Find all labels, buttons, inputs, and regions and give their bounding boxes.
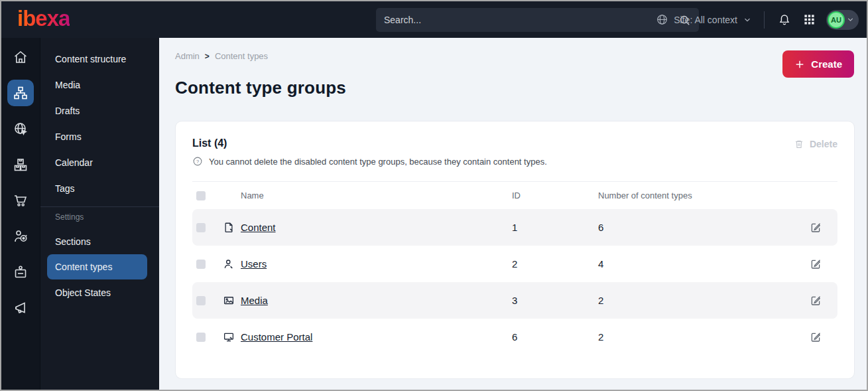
monitor-icon: [223, 331, 241, 343]
group-count: 2: [598, 331, 808, 343]
breadcrumb-content-types: Content types: [215, 51, 268, 61]
group-link-users[interactable]: Users: [241, 258, 267, 270]
column-header-name: Name: [241, 191, 512, 200]
group-id: 1: [512, 222, 598, 233]
select-all-checkbox: [196, 191, 206, 200]
icon-rail: [1, 38, 40, 390]
user-icon: [223, 258, 241, 270]
edit-square-icon: [810, 258, 822, 270]
group-link-content[interactable]: Content: [241, 222, 276, 233]
breadcrumb: Admin > Content types: [175, 51, 268, 61]
sidebar-item-sections[interactable]: Sections: [40, 228, 159, 254]
main-content: Admin > Content types Create Content typ…: [159, 38, 867, 390]
notifications-button[interactable]: [776, 12, 792, 28]
table-row: Customer Portal 6 2: [192, 319, 837, 355]
id-badge-icon: [13, 264, 29, 280]
rail-item-dashboard[interactable]: [7, 44, 34, 70]
file-icon: [223, 222, 241, 234]
globe-cursor-icon: [13, 121, 29, 137]
boxes-icon: [13, 157, 29, 173]
delete-button-label: Delete: [810, 139, 837, 149]
row-checkbox: [196, 296, 206, 305]
delete-button: Delete: [794, 139, 837, 149]
sitemap-icon: [13, 85, 29, 101]
sidebar-divider: [40, 206, 159, 207]
megaphone-icon: [13, 300, 29, 316]
page-title: Content type groups: [175, 78, 346, 98]
group-count: 4: [598, 258, 808, 270]
rail-item-site[interactable]: [7, 116, 34, 142]
global-search: [376, 8, 699, 32]
question-circle-icon: ?: [192, 156, 203, 167]
rail-item-customers[interactable]: [7, 223, 34, 250]
rail-item-product-catalog[interactable]: [7, 151, 34, 178]
group-link-media[interactable]: Media: [241, 295, 268, 306]
image-icon: [223, 295, 241, 307]
app-window: ibexa Site: All context: [0, 0, 868, 391]
site-context-label: Site: All context: [674, 15, 737, 25]
rail-item-corporate[interactable]: [7, 259, 34, 285]
row-checkbox: [196, 260, 206, 269]
group-id: 3: [512, 295, 598, 306]
avatar-chevron-icon: [846, 15, 855, 24]
globe-icon: [656, 13, 668, 26]
sidebar-section-label: Settings: [40, 212, 159, 222]
table-row: Content 1 6: [192, 209, 837, 246]
edit-group-button[interactable]: [808, 220, 823, 235]
sidebar-item-media[interactable]: Media: [40, 72, 159, 98]
sidebar-item-content-types[interactable]: Content types: [47, 254, 147, 279]
column-header-id: ID: [512, 191, 598, 200]
info-message-text: You cannot delete the disabled content t…: [209, 157, 547, 167]
table-header-row: Name ID Number of content types: [192, 181, 837, 209]
column-header-count: Number of content types: [598, 191, 808, 200]
trash-icon: [794, 139, 804, 149]
svg-text:?: ?: [196, 159, 199, 165]
plus-icon: [794, 59, 805, 70]
group-count: 6: [598, 222, 808, 233]
sidebar-item-object-states[interactable]: Object States: [40, 279, 159, 305]
rail-item-marketing[interactable]: [7, 295, 34, 321]
sidebar-item-content-structure[interactable]: Content structure: [40, 46, 159, 72]
create-button-label: Create: [811, 58, 842, 70]
bell-icon: [778, 13, 791, 27]
search-input[interactable]: [384, 15, 678, 25]
breadcrumb-separator: >: [205, 52, 210, 61]
info-message: ? You cannot delete the disabled content…: [192, 156, 837, 167]
content-type-groups-table: Name ID Number of content types Content …: [192, 181, 837, 355]
person-target-icon: [13, 228, 29, 244]
rail-item-content[interactable]: [7, 80, 34, 106]
sidebar-item-tags[interactable]: Tags: [40, 175, 159, 201]
group-id: 2: [512, 258, 598, 270]
group-id: 6: [512, 331, 598, 343]
list-title: List (4): [192, 137, 227, 149]
site-context-selector[interactable]: Site: All context: [656, 13, 752, 26]
table-row: Users 2 4: [192, 246, 837, 282]
table-row: Media 3 2: [192, 282, 837, 319]
edit-group-button[interactable]: [808, 293, 823, 308]
content-type-groups-card: List (4) Delete ? You cannot delete the …: [175, 121, 855, 379]
topbar-divider: [764, 11, 765, 29]
edit-square-icon: [810, 295, 822, 307]
sidebar-item-drafts[interactable]: Drafts: [40, 98, 159, 123]
user-menu-button[interactable]: AU: [826, 10, 859, 30]
app-switcher-button[interactable]: [802, 12, 817, 27]
topbar: ibexa Site: All context: [1, 1, 867, 38]
home-icon: [13, 49, 29, 65]
avatar: AU: [828, 11, 845, 29]
sidebar-item-calendar[interactable]: Calendar: [40, 149, 159, 175]
sidebar-item-forms[interactable]: Forms: [40, 123, 159, 149]
chevron-down-icon: [743, 15, 752, 25]
edit-group-button[interactable]: [808, 330, 823, 345]
rail-item-commerce[interactable]: [7, 187, 34, 214]
edit-square-icon: [810, 222, 822, 234]
create-button[interactable]: Create: [782, 50, 854, 78]
row-checkbox: [196, 333, 206, 342]
edit-square-icon: [810, 331, 822, 343]
sidebar-menu: Content structure Media Drafts Forms Cal…: [40, 38, 159, 390]
group-link-customer-portal[interactable]: Customer Portal: [241, 331, 312, 343]
breadcrumb-admin[interactable]: Admin: [175, 51, 200, 61]
ibexa-logo: ibexa: [17, 7, 70, 29]
edit-group-button[interactable]: [808, 257, 823, 272]
row-checkbox: [196, 223, 206, 232]
cart-icon: [13, 193, 29, 208]
